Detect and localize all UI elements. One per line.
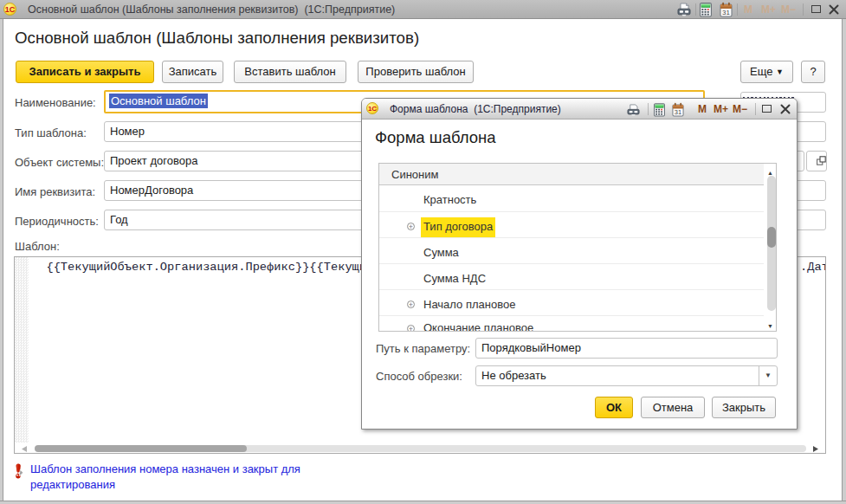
svg-text:31: 31 <box>722 9 730 16</box>
svg-text:31: 31 <box>675 108 681 116</box>
